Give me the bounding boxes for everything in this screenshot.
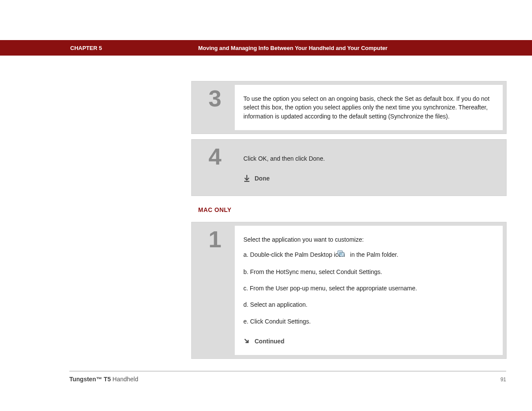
- step-3-block: 3 To use the option you select on an ong…: [191, 81, 507, 134]
- step-3-body: To use the option you select on an ongoi…: [235, 85, 503, 130]
- step-number-cell: 4: [195, 143, 235, 193]
- substep-d: d. Select an application.: [243, 300, 494, 309]
- step-number-cell: 3: [195, 85, 235, 130]
- arrow-down-icon: [243, 174, 250, 182]
- substep-b: b. From the HotSync menu, select Conduit…: [243, 268, 494, 276]
- chapter-number: CHAPTER 5: [70, 45, 102, 51]
- page-footer: Tungsten™ T5 Handheld 91: [69, 371, 506, 383]
- substep-e: e. Click Conduit Settings.: [243, 317, 494, 326]
- svg-line-5: [245, 339, 248, 342]
- step-3-text: To use the option you select on an ongoi…: [243, 95, 489, 120]
- step-4-body: Click OK, and then click Done. Done: [235, 143, 503, 193]
- svg-rect-3: [339, 252, 344, 256]
- step-4-text: Click OK, and then click Done.: [243, 155, 325, 162]
- mac-step-1-block: 1 Select the application you want to cus…: [191, 222, 507, 359]
- step-number-cell: 1: [195, 226, 235, 355]
- mac-substeps: a. Double-click the Palm Desktop icon in…: [243, 250, 494, 326]
- continued-row: Continued: [243, 337, 494, 346]
- mac-only-label: MAC ONLY: [198, 206, 507, 213]
- substep-a: a. Double-click the Palm Desktop icon in…: [243, 250, 494, 260]
- page-number: 91: [501, 377, 506, 383]
- step-number: 3: [208, 87, 221, 110]
- continued-label: Continued: [255, 337, 284, 346]
- product-name: Tungsten™ T5 Handheld: [69, 376, 138, 383]
- mac-step-intro: Select the application you want to custo…: [243, 235, 494, 244]
- mac-step-1-body: Select the application you want to custo…: [235, 226, 503, 355]
- chapter-title: Moving and Managing Info Between Your Ha…: [198, 45, 388, 51]
- substep-a-prefix: a. Double-click the Palm Desktop icon: [243, 251, 347, 258]
- product-rest: Handheld: [111, 376, 138, 383]
- product-bold: Tungsten™ T5: [69, 376, 111, 383]
- arrow-diagonal-icon: [243, 338, 250, 345]
- step-number: 4: [208, 145, 221, 168]
- done-row: Done: [243, 174, 494, 183]
- svg-rect-4: [340, 253, 342, 255]
- content-area: 3 To use the option you select on an ong…: [191, 81, 507, 364]
- substep-c: c. From the User pop-up menu, select the…: [243, 284, 494, 293]
- step-number: 1: [208, 227, 221, 251]
- done-label: Done: [255, 174, 270, 183]
- step-4-block: 4 Click OK, and then click Done. Done: [191, 139, 507, 196]
- substep-a-suffix: in the Palm folder.: [348, 251, 398, 258]
- chapter-header: CHAPTER 5 Moving and Managing Info Betwe…: [0, 40, 532, 56]
